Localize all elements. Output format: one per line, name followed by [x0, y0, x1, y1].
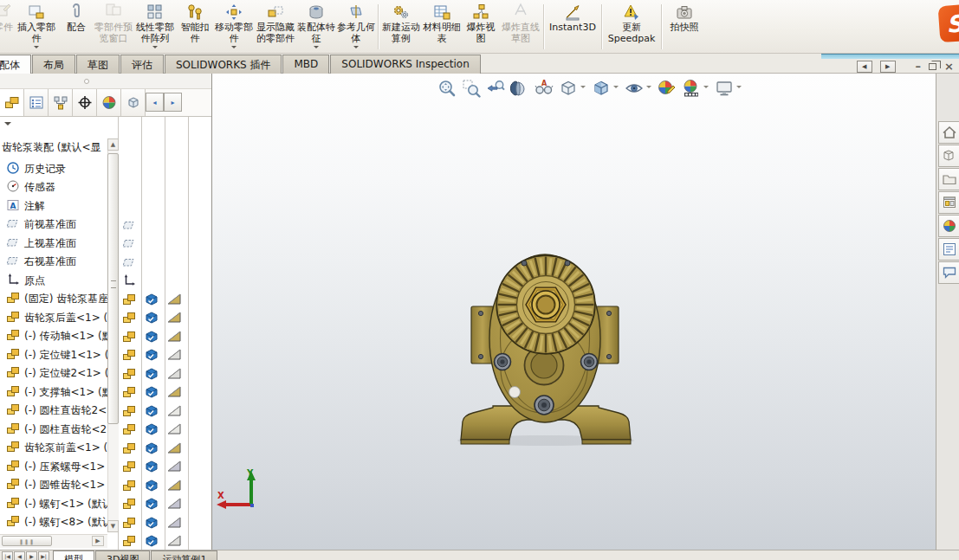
panel-tabs-scroll-right[interactable]: ▸ [164, 93, 182, 112]
part-icon[interactable] [122, 534, 138, 549]
appearance-swatch-icon[interactable] [166, 460, 182, 474]
part-icon[interactable] [122, 441, 138, 456]
tree-item[interactable]: 齿轮泵装配 (默认<显 [0, 138, 107, 156]
command-tab-3[interactable]: 评估 [120, 55, 164, 74]
doc-next-button[interactable]: ▶ [880, 61, 896, 73]
tree-item[interactable]: (-) 螺钉<8> (默认 [0, 514, 107, 531]
part-icon[interactable] [122, 367, 138, 382]
display-mode-cube-icon[interactable] [144, 330, 159, 344]
tree-item[interactable]: 齿轮泵后盖<1> (默 [0, 309, 107, 326]
document-tab-1[interactable]: 3D视图 [95, 550, 150, 560]
plane-icon[interactable] [122, 255, 138, 270]
ribbon-button-reference-geometry[interactable]: 参考几何体 [336, 0, 376, 54]
taskpane-tab-custom-properties[interactable] [938, 238, 959, 261]
tree-item[interactable]: (-) 定位键2<1> (默 [0, 365, 107, 383]
appearance-swatch-icon[interactable] [166, 516, 182, 531]
appearance-swatch-icon[interactable] [166, 422, 182, 437]
next-tab-button[interactable]: ▶ [26, 551, 37, 560]
part-icon[interactable] [122, 516, 138, 531]
part-icon[interactable] [122, 497, 138, 512]
appearance-swatch-icon[interactable] [166, 441, 182, 456]
ribbon-button-exploded-view[interactable]: 爆炸视图 [462, 0, 500, 54]
taskpane-tab-forum[interactable] [938, 261, 959, 284]
panel-tab-displaymanager[interactable] [97, 89, 121, 116]
ribbon-button-show-hidden[interactable]: 显示隐藏的零部件 [255, 0, 296, 54]
part-icon[interactable] [122, 348, 138, 363]
panel-tab-propertymanager[interactable] [24, 89, 49, 116]
ribbon-button-bom[interactable]: 材料明细表 [422, 0, 462, 54]
part-icon[interactable] [122, 479, 138, 493]
panel-tabs-scroll-left[interactable]: ◂ [146, 93, 164, 112]
first-tab-button[interactable]: |◀ [2, 551, 13, 560]
prev-tab-button[interactable]: ◀ [14, 551, 25, 560]
last-tab-button[interactable]: ▶| [38, 551, 49, 560]
tree-item[interactable]: 传感器 [0, 179, 107, 196]
graphics-viewport[interactable]: A [212, 74, 936, 550]
gear-pump-model[interactable] [212, 74, 936, 550]
ribbon-button-smart-fasteners[interactable]: 智能扣件 [177, 0, 213, 54]
command-tab-6[interactable]: SOLIDWORKS Inspection [330, 55, 480, 74]
display-mode-cube-icon[interactable] [144, 367, 159, 382]
tree-item[interactable]: 原点 [0, 272, 107, 289]
ribbon-button-mate[interactable]: 配合 [59, 0, 94, 54]
command-tab-4[interactable]: SOLIDWORKS 插件 [165, 55, 282, 74]
display-mode-cube-icon[interactable] [144, 479, 159, 493]
display-mode-cube-icon[interactable] [144, 441, 159, 456]
ribbon-button-assembly-features[interactable]: 装配体特征 [296, 0, 336, 54]
part-icon[interactable] [122, 404, 138, 419]
taskpane-tab-view-palette[interactable] [938, 191, 959, 214]
part-icon[interactable] [122, 385, 138, 400]
taskpane-tab-home[interactable] [938, 121, 959, 144]
panel-tab-featuremanager-tree[interactable] [0, 89, 24, 116]
part-icon[interactable] [122, 422, 138, 437]
tree-item[interactable]: 右视基准面 [0, 254, 107, 271]
part-icon[interactable] [122, 330, 138, 344]
panel-splitter[interactable] [0, 74, 211, 89]
display-mode-cube-icon[interactable] [144, 404, 159, 419]
command-tab-0[interactable]: 配体 [0, 55, 31, 74]
command-tab-5[interactable]: MBD [282, 55, 329, 74]
appearance-swatch-icon[interactable] [166, 348, 182, 363]
display-mode-cube-icon[interactable] [144, 460, 159, 474]
scroll-down-button[interactable]: ▼ [107, 520, 119, 532]
pump-plug[interactable] [509, 387, 521, 398]
appearance-swatch-icon[interactable] [166, 367, 182, 382]
tree-item[interactable]: (-) 螺钉<1> (默认 [0, 495, 107, 512]
tree-item[interactable]: (-) 支撑轴<1> (默 [0, 383, 107, 401]
ribbon-button-linear-pattern[interactable]: 线性零部件阵列 [133, 0, 177, 54]
plane-icon[interactable] [122, 236, 138, 251]
tree-scrollbar-thumb[interactable] [107, 153, 119, 424]
tree-item[interactable]: 历史记录 [0, 160, 107, 177]
bevel-gear[interactable] [496, 255, 595, 354]
tree-hscrollbar-thumb[interactable]: ❚❚❚ [2, 536, 52, 546]
appearance-swatch-icon[interactable] [166, 497, 182, 512]
tree-item[interactable]: (-) 圆锥齿轮<1> ( [0, 477, 107, 494]
appearance-swatch-icon[interactable] [166, 534, 182, 549]
tree-item[interactable]: (-) 传动轴<1> (默 [0, 328, 107, 345]
tree-flyout-caret-icon[interactable] [4, 122, 11, 129]
restore-button[interactable] [929, 63, 936, 70]
display-mode-cube-icon[interactable] [144, 516, 159, 531]
tree-item[interactable]: 齿轮泵前盖<1> (默 [0, 440, 107, 457]
command-tab-2[interactable]: 草图 [76, 55, 120, 74]
part-icon[interactable] [122, 311, 138, 325]
tree-item[interactable]: A注解 [0, 197, 107, 215]
tree-item[interactable]: (固定) 齿轮泵基座 [0, 291, 107, 308]
document-tab-2[interactable]: 运动算例1 [151, 550, 217, 560]
ribbon-button-instant3d[interactable]: Instant3D [546, 0, 599, 54]
scroll-right-button[interactable]: ▶ [92, 536, 104, 546]
ribbon-button-motion-study[interactable]: 新建运动算例 [380, 0, 422, 54]
command-tab-1[interactable]: 布局 [32, 55, 75, 74]
ribbon-button-move-component[interactable]: 移动零部件 [213, 0, 255, 54]
ribbon-button-speedpak[interactable]: 更新 Speedpak [604, 0, 659, 54]
scroll-up-button[interactable]: ▲ [107, 138, 119, 151]
panel-tab-addins[interactable] [121, 89, 146, 116]
appearance-swatch-icon[interactable] [166, 404, 182, 419]
display-mode-cube-icon[interactable] [144, 311, 159, 325]
panel-tab-configurationmanager[interactable] [49, 89, 73, 116]
plane-icon[interactable] [122, 218, 138, 233]
display-mode-cube-icon[interactable] [144, 348, 159, 363]
display-mode-cube-icon[interactable] [144, 293, 159, 307]
display-mode-cube-icon[interactable] [144, 497, 159, 512]
tree-item[interactable]: (-) 圆柱直齿轮<2> [0, 421, 107, 438]
